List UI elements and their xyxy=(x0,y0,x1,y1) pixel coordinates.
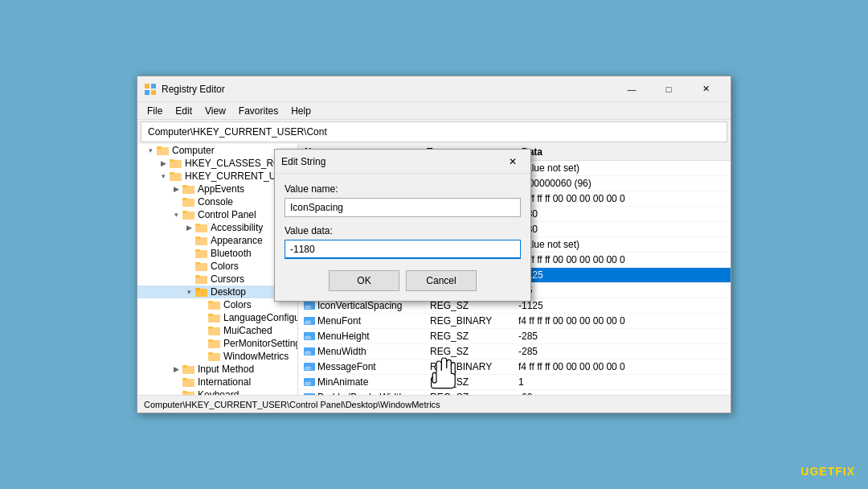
tree-label: Colors xyxy=(211,261,239,272)
svg-text:ab: ab xyxy=(305,350,311,355)
reg-data-cell: 0x00000060 (96) xyxy=(518,178,731,189)
svg-rect-31 xyxy=(208,314,213,316)
folder-icon xyxy=(182,209,195,220)
cancel-button[interactable]: Cancel xyxy=(406,270,477,291)
reg-type-cell: REG_BINARY xyxy=(430,361,518,372)
tree-label: Input Method xyxy=(198,364,254,375)
folder-icon xyxy=(195,248,208,259)
tree-label: Accessibility xyxy=(211,222,263,233)
reg-data-cell: -330 xyxy=(518,208,731,220)
tree-label: Cursors xyxy=(211,273,244,285)
menu-view[interactable]: View xyxy=(199,104,232,118)
reg-data-cell: (value not set) xyxy=(518,162,731,174)
reg-type-cell: REG_SZ xyxy=(430,331,518,342)
menu-favorites[interactable]: Favorites xyxy=(232,104,285,118)
expand-icon: ▶ xyxy=(170,365,182,373)
tree-label: PerMonitorSettings xyxy=(223,338,298,349)
folder-icon-open xyxy=(195,286,208,298)
ok-button[interactable]: OK xyxy=(329,270,399,291)
expand-icon xyxy=(182,262,195,270)
svg-text:ab: ab xyxy=(305,380,311,386)
expand-icon xyxy=(195,327,208,335)
registry-editor-window: Registry Editor — □ ✕ File Edit View Fav… xyxy=(137,76,731,413)
svg-rect-17 xyxy=(195,224,200,226)
expand-icon xyxy=(170,198,182,206)
reg-data-cell: -330 xyxy=(518,224,731,235)
folder-icon xyxy=(195,273,208,285)
watermark: UGETFIX xyxy=(800,465,855,478)
svg-rect-39 xyxy=(182,365,187,368)
svg-rect-43 xyxy=(182,391,187,393)
svg-rect-41 xyxy=(182,378,187,380)
svg-rect-0 xyxy=(145,84,149,88)
tree-item-international[interactable]: International xyxy=(137,376,297,388)
value-data-input[interactable] xyxy=(285,240,521,259)
table-row[interactable]: ab MessageFont REG_BINARY f4 ff ff ff 00… xyxy=(298,360,731,375)
reg-value-icon: ab xyxy=(301,315,317,327)
tree-item-lang-config[interactable]: LanguageConfiguration xyxy=(137,311,297,324)
reg-type-cell: REG_SZ xyxy=(430,346,518,357)
svg-rect-33 xyxy=(208,327,213,329)
table-row[interactable]: ab MinAnimate REG_SZ 1 xyxy=(298,375,731,390)
watermark-suffix: FIX xyxy=(835,465,855,478)
menu-help[interactable]: Help xyxy=(285,104,317,118)
svg-rect-19 xyxy=(195,236,200,239)
svg-rect-13 xyxy=(182,198,187,200)
reg-data-cell: -1125 xyxy=(518,269,731,281)
reg-data-cell: -15 xyxy=(518,285,731,296)
menu-file[interactable]: File xyxy=(141,104,169,118)
reg-data-cell: -1125 xyxy=(518,300,731,311)
expand-icon xyxy=(170,378,182,386)
tree-label: Colors xyxy=(223,299,252,310)
tree-label: Computer xyxy=(172,145,215,156)
watermark-highlight: ET xyxy=(819,465,835,478)
tree-label: AppEvents xyxy=(198,183,244,195)
tree-item-windowmetrics[interactable]: WindowMetrics xyxy=(137,350,297,363)
tree-label: LanguageConfiguration xyxy=(223,312,298,323)
reg-name-cell: MenuFont xyxy=(317,315,430,327)
reg-data-cell: 1 xyxy=(518,376,731,388)
expand-icon xyxy=(195,352,208,360)
reg-type-cell: REG_SZ xyxy=(430,376,518,388)
folder-icon xyxy=(182,183,195,195)
expand-icon: ▶ xyxy=(157,159,170,167)
table-row[interactable]: ab MenuFont REG_BINARY f4 ff ff ff 00 00… xyxy=(298,314,731,329)
table-row[interactable]: ab MenuWidth REG_SZ -285 xyxy=(298,344,731,360)
value-name-label: Value name: xyxy=(285,183,521,195)
dialog-buttons: OK Cancel xyxy=(285,270,521,291)
folder-icon xyxy=(208,338,221,349)
minimize-button[interactable]: — xyxy=(613,76,650,102)
svg-rect-23 xyxy=(195,262,200,265)
expand-icon xyxy=(182,236,195,244)
app-icon xyxy=(144,83,157,96)
tree-item-muicached[interactable]: MuiCached xyxy=(137,324,297,337)
reg-value-icon: ab xyxy=(301,331,317,342)
svg-rect-1 xyxy=(151,84,156,88)
tree-label: Bluetooth xyxy=(211,248,252,259)
close-button[interactable]: ✕ xyxy=(687,76,724,102)
svg-rect-25 xyxy=(195,275,200,277)
reg-name-cell: MenuWidth xyxy=(317,346,430,357)
table-row[interactable]: ab MenuHeight REG_SZ -285 xyxy=(298,329,731,344)
reg-value-icon: ab xyxy=(301,361,317,372)
tree-item-permonitor[interactable]: PerMonitorSettings xyxy=(137,337,297,350)
folder-icon xyxy=(208,312,221,323)
folder-icon xyxy=(157,145,170,156)
tree-item-keyboard[interactable]: Keyboard xyxy=(137,388,297,395)
expand-icon xyxy=(182,275,195,283)
menu-edit[interactable]: Edit xyxy=(169,104,199,118)
value-name-input[interactable] xyxy=(285,198,521,217)
folder-icon xyxy=(195,261,208,272)
svg-rect-15 xyxy=(182,211,187,213)
dialog-title-bar: Edit String ✕ xyxy=(275,150,530,174)
expand-icon: ▾ xyxy=(182,288,195,296)
svg-text:ab: ab xyxy=(305,319,311,325)
folder-icon xyxy=(182,389,195,395)
tree-item-input-method[interactable]: ▶ Input Method xyxy=(137,363,297,376)
folder-icon xyxy=(195,235,208,246)
dialog-close-button[interactable]: ✕ xyxy=(502,152,524,171)
reg-data-cell: f4 ff ff ff 00 00 00 00 00 0 xyxy=(518,193,731,204)
maximize-button[interactable]: □ xyxy=(650,76,687,102)
col-data-header: Data xyxy=(515,146,731,158)
reg-name-cell: MinAnimate xyxy=(317,376,430,388)
